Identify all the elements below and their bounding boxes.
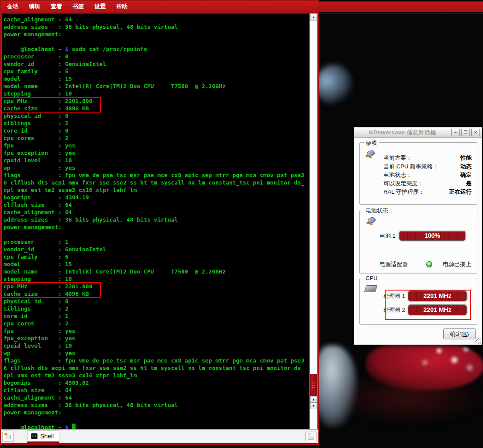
- terminal-line: core id : 1: [3, 312, 304, 320]
- battery-plug-icon: [366, 216, 376, 225]
- misc-row: 当前方案：性能: [383, 154, 472, 163]
- terminal-line: bogomips : 4394.19: [3, 194, 304, 201]
- close-session-x-icon: ✕: [307, 432, 311, 437]
- terminal-line: model : 15: [3, 75, 304, 82]
- terminal-line: 6 clflush dts acpi mmx fxsr sse sse2 ss …: [3, 179, 304, 186]
- terminal-line: cache_alignment : 64: [3, 394, 304, 401]
- menu-item[interactable]: 帮助: [116, 3, 128, 10]
- prompt-host: @localhost ~: [21, 424, 65, 429]
- resize-grip[interactable]: [475, 338, 481, 344]
- terminal-line: cpuid level : 10: [3, 157, 304, 164]
- terminal-line: cache size : 4096 KB: [3, 290, 304, 298]
- cpu-chip-icon: [364, 285, 377, 292]
- terminal-line: cpu cores : 2: [3, 320, 304, 327]
- terminal-line: 6 clflush dts acpi mmx fxsr sse sse2 ss …: [3, 364, 304, 372]
- background-window-frame: [317, 13, 483, 14]
- terminal-line: wp : yes: [3, 349, 304, 357]
- terminal-text: cache_alignment : 64address sizes : 36 b…: [3, 16, 304, 429]
- menu-item[interactable]: 会话: [7, 3, 18, 10]
- terminal-line: cpuid level : 10: [3, 342, 304, 349]
- prompt-symbol: $: [65, 46, 72, 52]
- terminal-line: vendor_id : GenuineIntel: [3, 60, 304, 68]
- terminal-line: cpu cores : 2: [3, 134, 304, 142]
- terminal-line: model name : Intel(R) Core(TM)2 Duo CPU …: [3, 82, 304, 90]
- terminal-line: clflush size : 64: [3, 201, 304, 209]
- processor-frequency-bar: 2201 MHz: [408, 291, 467, 301]
- terminal-line: [3, 416, 304, 424]
- terminal-scrollbar[interactable]: ▲ ▲ ▼: [310, 13, 317, 429]
- cpu-group: CPU 处理器 12201 MHz处理器 22201 MHz: [359, 278, 477, 325]
- dialog-window-buttons: – ❐ ✕: [451, 129, 480, 136]
- konsole-menubar: 会话编辑查看书签设置帮助: [1, 1, 318, 12]
- battery-progress-bar: 100%: [399, 231, 466, 241]
- menu-item[interactable]: 设置: [94, 3, 106, 10]
- terminal-line: bogomips : 4389.02: [3, 379, 304, 386]
- misc-row-value: 确定: [460, 171, 472, 179]
- misc-rows: 当前方案：性能当前 CPU 频率策略：动态电池状态：确定可以设定亮度：是HAL …: [383, 154, 472, 197]
- misc-row: HAL 守护程序：正在运行: [383, 188, 472, 197]
- menu-item[interactable]: 编辑: [29, 3, 40, 10]
- tab-shell[interactable]: s› Shell: [27, 430, 59, 443]
- minimize-button[interactable]: –: [451, 129, 460, 136]
- desktop: 会话编辑查看书签设置帮助 cache_alignment : 64address…: [0, 0, 483, 448]
- scrollbar-up-icon[interactable]: ▲: [310, 14, 317, 21]
- terminal-line: address sizes : 36 bits physical, 48 bit…: [3, 23, 304, 31]
- terminal-line: model : 15: [3, 260, 304, 268]
- terminal-line: stepping : 10: [3, 275, 304, 283]
- ok-button-accesskey: K: [463, 331, 467, 337]
- maximize-button[interactable]: ❐: [461, 129, 470, 136]
- processor-row: 处理器 22201 MHz: [383, 304, 467, 315]
- dialog-title: KPowersave 信息对话框: [354, 129, 451, 137]
- terminal-line: clflush size : 64: [3, 386, 304, 394]
- terminal-line: wp : yes: [3, 164, 304, 171]
- terminal-line: power management:: [3, 409, 304, 416]
- ok-button-text: 确定(: [450, 330, 463, 338]
- movie-dark-area: [335, 373, 483, 423]
- menu-item[interactable]: 查看: [51, 3, 62, 10]
- misc-row-label: 当前方案：: [383, 154, 412, 162]
- close-session-button[interactable]: ✕: [305, 431, 317, 442]
- terminal-line: power management:: [3, 223, 304, 231]
- terminal-line: physical id : 0: [3, 298, 304, 305]
- terminal-line: fpu_exception : yes: [3, 149, 304, 157]
- konsole-window: 会话编辑查看书签设置帮助 cache_alignment : 64address…: [0, 0, 319, 445]
- close-button[interactable]: ✕: [471, 129, 480, 136]
- power-plug-icon: [365, 150, 376, 158]
- terminal-line: cpu family : 6: [3, 253, 304, 260]
- terminal-line: cpl vmx est tm2 ssse3 cx16 xtpr lahf_lm: [3, 372, 304, 379]
- scrollbar-down-icon[interactable]: ▼: [310, 403, 317, 409]
- cpu-rows: 处理器 12201 MHz处理器 22201 MHz: [383, 291, 467, 318]
- adapter-row: 电源适配器 电源已接上: [380, 260, 471, 268]
- processor-label: 处理器 1: [383, 292, 408, 300]
- menu-item[interactable]: 书签: [72, 3, 84, 10]
- scrollbar-up2-icon[interactable]: ▲: [310, 396, 317, 403]
- battery-group-title: 电池状态：: [364, 207, 396, 215]
- terminal-line: processor : 0: [3, 53, 304, 60]
- tab-shell-label: Shell: [40, 433, 54, 440]
- misc-row-value: 动态: [460, 163, 472, 171]
- terminal-line: stepping : 10: [3, 90, 304, 97]
- terminal-line: siblings : 2: [3, 305, 304, 312]
- redacted-username: [3, 45, 21, 53]
- cpu-group-title: CPU: [364, 275, 379, 281]
- terminal-viewport[interactable]: cache_alignment : 64address sizes : 36 b…: [1, 13, 310, 429]
- scrollbar-grip: [312, 382, 316, 388]
- dialog-titlebar[interactable]: KPowersave 信息对话框 – ❐ ✕: [354, 127, 482, 138]
- terminal-line: cpu family : 6: [3, 68, 304, 75]
- konsole-tabbar: ✹ s› Shell ✕: [1, 429, 318, 443]
- misc-row: 电池状态：确定: [383, 171, 472, 180]
- new-session-button[interactable]: ✹: [2, 431, 14, 442]
- prompt-symbol: $: [65, 424, 72, 429]
- movie-blue-light: [317, 65, 353, 105]
- terminal-line: core id : 0: [3, 127, 304, 134]
- terminal-line: @localhost ~ $ sudo cat /proc/cpuinfo: [3, 45, 304, 53]
- terminal-line: processor : 1: [3, 238, 304, 246]
- terminal-line: address sizes : 36 bits physical, 48 bit…: [3, 401, 304, 409]
- battery-row: 电池 1 100%: [380, 231, 466, 241]
- ok-button-text-suffix: ): [467, 331, 469, 337]
- terminal-cursor: [72, 424, 76, 429]
- scrollbar-thumb[interactable]: [310, 374, 317, 396]
- terminal-line: siblings : 2: [3, 120, 304, 127]
- ok-button[interactable]: 确定(K): [443, 328, 476, 339]
- misc-row-value: 是: [466, 180, 472, 188]
